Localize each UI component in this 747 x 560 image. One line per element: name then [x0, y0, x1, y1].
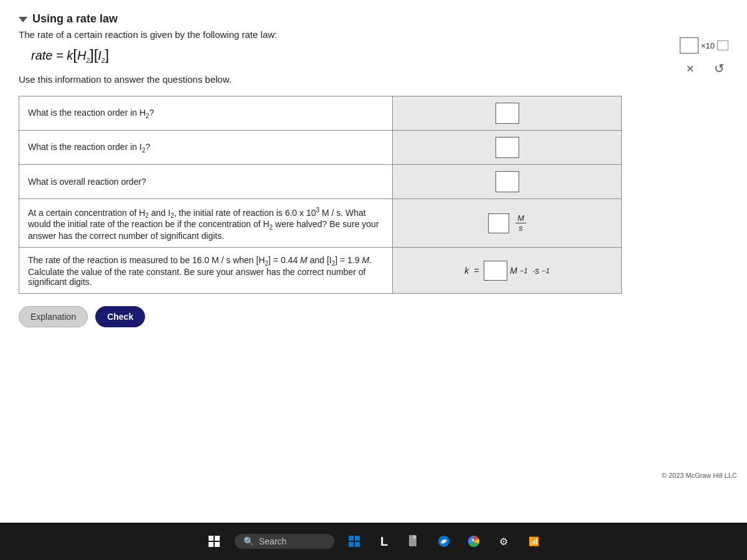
- copyright: © 2023 McGraw Hill LLC: [662, 472, 737, 479]
- svg-rect-3: [355, 542, 360, 547]
- unit-numerator: M: [515, 213, 526, 223]
- unit-fraction: M s: [515, 213, 526, 233]
- taskbar-icon-chrome[interactable]: [464, 531, 484, 551]
- bottom-buttons: Explanation Check: [19, 306, 728, 327]
- close-button[interactable]: ✕: [682, 62, 698, 76]
- search-icon: 🔍: [243, 536, 254, 546]
- table-row: What is the reaction order in H2?: [19, 96, 622, 131]
- top-right-panel: ×10 ✕ ↺: [680, 37, 728, 77]
- check-button[interactable]: Check: [95, 306, 145, 327]
- question-2: What is the reaction order in I2?: [19, 131, 393, 165]
- x10-exponent-input: [717, 40, 728, 50]
- taskbar-icon-l[interactable]: L: [374, 531, 394, 551]
- answer-input-overall[interactable]: [496, 171, 519, 192]
- use-info: Use this information to answer the quest…: [19, 74, 728, 85]
- chevron-down-icon[interactable]: [19, 17, 27, 22]
- answer-1: [393, 96, 622, 131]
- question-4: At a certain concentration of H2 and I2,…: [19, 199, 393, 248]
- answer-input-i2[interactable]: [496, 137, 519, 158]
- table-row: What is overall reaction order?: [19, 165, 622, 199]
- x10-input[interactable]: [680, 37, 698, 54]
- rate-formula: rate = k[H2][I2]: [31, 46, 728, 64]
- answer-2: [393, 131, 622, 165]
- answer-input-h2[interactable]: [496, 103, 519, 124]
- answer-input-rate[interactable]: [488, 213, 509, 233]
- win-cell-tr: [215, 536, 220, 541]
- win-cell-br: [215, 542, 220, 547]
- x10-widget: ×10: [680, 37, 728, 54]
- main-content: Using a rate law The rate of a certain r…: [0, 0, 747, 523]
- taskbar-icon-edge[interactable]: [434, 531, 454, 551]
- questions-table: What is the reaction order in H2? What i…: [19, 96, 622, 294]
- answer-5: k = M −1 ·s −1: [393, 248, 622, 294]
- svg-rect-2: [349, 542, 354, 547]
- search-bar[interactable]: 🔍 Search: [235, 534, 334, 549]
- svg-rect-0: [349, 536, 354, 541]
- taskbar-icon-settings[interactable]: ⚙: [494, 531, 514, 551]
- undo-button[interactable]: ↺: [710, 60, 728, 77]
- unit-denominator: s: [517, 223, 525, 233]
- question-5: The rate of the reaction is measured to …: [19, 248, 393, 294]
- taskbar-icon-file[interactable]: [404, 531, 424, 551]
- taskbar-icon-explorer[interactable]: [344, 531, 364, 551]
- x10-label: ×10: [701, 41, 715, 50]
- search-label: Search: [259, 536, 286, 546]
- table-row: At a certain concentration of H2 and I2,…: [19, 199, 622, 248]
- windows-logo: [209, 536, 220, 547]
- win-cell-bl: [209, 542, 214, 547]
- explanation-button[interactable]: Explanation: [19, 306, 88, 327]
- question-3: What is overall reaction order?: [19, 165, 393, 199]
- answer-3: [393, 165, 622, 199]
- table-row: The rate of the reaction is measured to …: [19, 248, 622, 294]
- taskbar-icon-wifi[interactable]: 📶: [524, 531, 543, 551]
- taskbar: 🔍 Search L ⚙ 📶: [0, 523, 747, 560]
- win-cell-tl: [209, 536, 214, 541]
- intro-text: The rate of a certain reaction is given …: [19, 29, 728, 40]
- taskbar-center: 🔍 Search L ⚙ 📶: [204, 531, 543, 551]
- answer-4: M s: [393, 199, 622, 248]
- svg-rect-1: [355, 536, 360, 541]
- k-expression: k = M −1 ·s −1: [402, 261, 613, 281]
- question-1: What is the reaction order in H2?: [19, 96, 393, 131]
- page-title: Using a rate law: [19, 12, 728, 26]
- windows-start-button[interactable]: [204, 533, 225, 549]
- table-row: What is the reaction order in I2?: [19, 131, 622, 165]
- k-input[interactable]: [484, 261, 507, 281]
